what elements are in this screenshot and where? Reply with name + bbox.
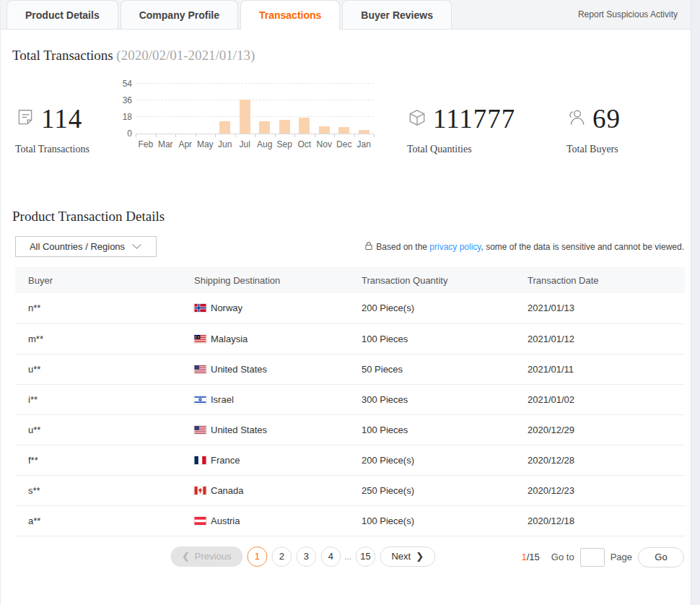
chart-bar <box>338 127 349 134</box>
x-axis-label: Feb <box>136 139 156 149</box>
country-filter-dropdown[interactable]: All Countries / Regions <box>15 236 157 257</box>
stat-total-quantities: 111777 Total Quantities <box>407 103 515 155</box>
cell-date: 2021/01/11 <box>515 354 685 384</box>
privacy-policy-link[interactable]: privacy policy <box>429 242 481 252</box>
cell-buyer: i** <box>15 384 181 414</box>
cell-date: 2021/01/13 <box>515 293 685 323</box>
summary-overview: 114 Total Transactions 0183654 FebMarApr… <box>1 79 700 199</box>
privacy-notice: Based on the privacy policy, some of the… <box>364 241 684 253</box>
goto-page-input[interactable] <box>580 548 605 567</box>
table-row: f**France200 Piece(s)2020/12/28 <box>15 445 685 475</box>
page-button-2[interactable]: 2 <box>271 547 292 567</box>
date-range: (2020/02/01-2021/01/13) <box>116 48 255 63</box>
x-axis-label: Apr <box>175 139 196 149</box>
page-ellipsis: ... <box>344 552 351 562</box>
table-body: n**Norway200 Piece(s)2021/01/13m**Malays… <box>15 293 685 536</box>
table-row: u**United States50 Pieces2021/01/11 <box>15 354 685 384</box>
us-flag-icon <box>194 365 206 373</box>
chart-bar <box>299 118 310 134</box>
x-axis-label: Dec <box>334 139 354 149</box>
col-transaction-quantity: Transaction Quantity <box>349 267 515 293</box>
next-button[interactable]: Next ❯ <box>380 547 435 567</box>
col-shipping-destination: Shipping Destination <box>181 267 349 293</box>
cell-date: 2020/12/23 <box>515 475 685 505</box>
total-transactions-title-text: Total Transactions <box>12 48 113 63</box>
x-axis-label: Sep <box>275 139 295 149</box>
x-axis-label: Jun <box>215 139 235 149</box>
x-axis-label: Nov <box>315 139 335 149</box>
tab-product-details[interactable]: Product Details <box>6 0 118 29</box>
report-suspicious-activity-link[interactable]: Report Suspicious Activity <box>578 9 678 19</box>
chart-bar <box>359 130 369 134</box>
pagination: ❮ Previous 1234...15 Next ❯ 1/15 Go to P… <box>1 547 684 567</box>
total-quantities-value: 111777 <box>433 103 515 134</box>
tab-company-profile[interactable]: Company Profile <box>121 0 238 29</box>
il-flag-icon <box>194 396 206 404</box>
table-row: m**Malaysia100 Pieces2021/01/12 <box>15 323 685 354</box>
us-flag-icon <box>194 426 206 434</box>
page-label: Page <box>611 552 632 562</box>
fr-flag-icon <box>194 456 206 464</box>
chart-bar <box>319 126 330 134</box>
cell-quantity: 100 Pieces <box>349 323 515 354</box>
total-buyers-label: Total Buyers <box>566 144 621 155</box>
total-transactions-title: Total Transactions (2020/02/01-2021/01/1… <box>12 48 700 64</box>
cell-buyer: u** <box>15 414 181 445</box>
x-axis-label: Jul <box>235 139 255 149</box>
ca-flag-icon <box>194 487 206 495</box>
page-button-3[interactable]: 3 <box>296 547 316 567</box>
cell-destination: Norway <box>181 293 349 323</box>
tab-bar: Product Details Company Profile Transact… <box>1 0 691 30</box>
scrollbar[interactable] <box>691 0 700 605</box>
buyer-icon <box>566 108 587 131</box>
product-transaction-details-title: Product Transaction Details <box>12 209 700 225</box>
page-button-15[interactable]: 15 <box>355 547 375 567</box>
cell-destination: France <box>181 445 349 475</box>
chart-plot: 0183654 <box>136 84 374 134</box>
tab-transactions[interactable]: Transactions <box>240 0 340 30</box>
go-button[interactable]: Go <box>638 547 684 567</box>
lock-icon <box>364 241 373 253</box>
cell-quantity: 100 Pieces <box>349 414 515 445</box>
cell-destination: United States <box>181 354 349 384</box>
cell-buyer: a** <box>15 505 181 536</box>
cell-quantity: 50 Pieces <box>349 354 515 384</box>
cell-buyer: n** <box>15 293 181 323</box>
cell-quantity: 250 Piece(s) <box>349 475 515 505</box>
tab-buyer-reviews[interactable]: Buyer Reviews <box>342 0 452 29</box>
col-transaction-date: Transaction Date <box>515 267 685 293</box>
cell-buyer: u** <box>15 354 181 384</box>
cell-quantity: 300 Pieces <box>349 384 515 414</box>
transactions-page: Product Details Company Profile Transact… <box>0 0 700 605</box>
table-row: s**Canada250 Piece(s)2020/12/23 <box>15 475 685 505</box>
cell-quantity: 200 Piece(s) <box>349 293 515 323</box>
chart-bar <box>279 120 290 134</box>
page-number-buttons: 1234...15 <box>247 547 375 567</box>
cell-date: 2020/12/29 <box>515 414 685 445</box>
total-transactions-value: 114 <box>41 103 82 134</box>
cell-destination: Austria <box>181 505 349 536</box>
page-button-4[interactable]: 4 <box>320 547 341 567</box>
x-axis-label: Mar <box>156 139 176 149</box>
stat-total-buyers: 69 Total Buyers <box>566 103 621 155</box>
chevron-right-icon: ❯ <box>416 552 424 561</box>
total-buyers-value: 69 <box>592 103 621 134</box>
country-filter-label: All Countries / Regions <box>30 241 125 252</box>
cell-buyer: f** <box>15 445 181 475</box>
no-flag-icon <box>194 304 206 312</box>
chart-bar <box>219 121 230 134</box>
cell-buyer: m** <box>15 323 181 354</box>
x-axis-label: Jan <box>354 139 375 149</box>
previous-button[interactable]: ❮ Previous <box>170 547 242 567</box>
y-axis-tick: 54 <box>116 79 132 89</box>
cell-destination: Israel <box>181 384 349 414</box>
cell-date: 2021/01/12 <box>515 323 685 354</box>
chart-month-labels: FebMarAprMayJunJulAugSepOctNovDecJan <box>136 139 374 149</box>
cell-destination: United States <box>181 414 349 445</box>
stat-total-transactions: 114 Total Transactions <box>15 103 89 155</box>
chart-bar <box>259 121 270 134</box>
page-button-1[interactable]: 1 <box>247 547 267 567</box>
table-header-row: Buyer Shipping Destination Transaction Q… <box>15 267 685 293</box>
x-axis-label: Aug <box>255 139 275 149</box>
y-axis-tick: 0 <box>116 129 132 139</box>
